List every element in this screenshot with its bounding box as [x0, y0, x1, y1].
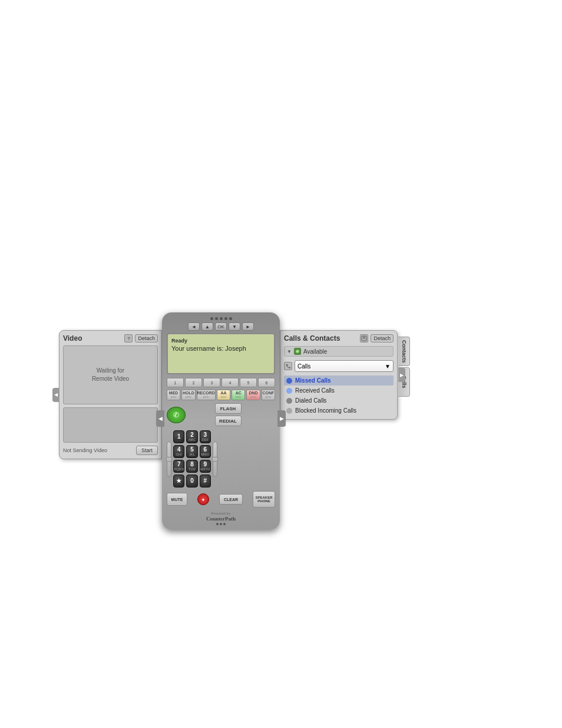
key-hash[interactable]: #: [200, 475, 211, 487]
key-9[interactable]: 9WXYZ: [200, 460, 211, 473]
video-start-button[interactable]: Start: [136, 446, 158, 455]
availability-row[interactable]: ▼ Available: [284, 346, 394, 357]
video-help-icon[interactable]: ?: [124, 334, 133, 342]
key-4[interactable]: 4GHI: [173, 445, 184, 458]
clear-button[interactable]: CLEAR: [219, 494, 243, 505]
key-star[interactable]: ★: [173, 475, 184, 487]
calls-detach-button[interactable]: Detach: [371, 334, 394, 342]
nav-up-button[interactable]: ▲: [201, 322, 213, 331]
key-7[interactable]: 7PQRS: [173, 460, 184, 473]
screen-username-text: Your username is: Joseph: [171, 345, 270, 352]
availability-icon: [294, 348, 301, 355]
volume-thumb-left: [166, 457, 172, 462]
key-5[interactable]: 5JKL: [186, 445, 197, 458]
call-list-item-received[interactable]: Received Calls: [284, 386, 394, 396]
calls-dropdown-row: Calls ▼: [284, 360, 394, 372]
contacts-tab-label: Contacts: [401, 340, 407, 363]
call-controls-row: ✆ FLASH REDIAL: [167, 403, 275, 426]
missed-calls-label: Missed Calls: [295, 377, 331, 384]
calls-panel-header: Calls & Contacts Detach: [284, 334, 394, 342]
video-panel-header: Video ? Detach: [63, 334, 158, 342]
speed-dial-3[interactable]: 3: [203, 378, 220, 387]
phone-body: ◀ ▶ ◄ ▲ OK ▼ ► Ready Your username is: J…: [162, 312, 280, 530]
not-sending-label: Not Sending Video: [63, 447, 107, 453]
speed-dial-2[interactable]: 2: [185, 378, 202, 387]
func-dnd-button[interactable]: DND prov: [246, 390, 260, 400]
nav-down-button[interactable]: ▼: [229, 322, 240, 331]
nav-left-button[interactable]: ◄: [188, 322, 200, 331]
func-ac-button[interactable]: AC prov: [232, 390, 245, 400]
mute-button[interactable]: MUTE: [167, 493, 187, 506]
func-med-button[interactable]: MED prov: [167, 390, 180, 400]
speaker-button[interactable]: SPEAKER PHONE: [253, 491, 275, 508]
key-8[interactable]: 8TUV: [186, 460, 197, 473]
flash-button[interactable]: FLASH: [215, 403, 242, 414]
speed-dial-5[interactable]: 5: [240, 378, 257, 387]
phone-dot-3: [220, 317, 223, 320]
calls-select-arrow: ▼: [385, 363, 391, 370]
nav-ok-button[interactable]: OK: [215, 322, 227, 331]
blocked-calls-dot: [286, 408, 292, 414]
speed-dial-6[interactable]: 6: [258, 378, 275, 387]
key-6[interactable]: 6MNO: [200, 445, 211, 458]
func-conf-sub: prov: [266, 396, 272, 399]
phone-left-arrow[interactable]: ◀: [156, 410, 164, 427]
phone-top-decoration: [167, 317, 275, 320]
contacts-tab[interactable]: Contacts: [398, 337, 410, 366]
calls-panel-icon[interactable]: [360, 334, 368, 342]
phone-bottom-row: MUTE ● CLEAR SPEAKER PHONE: [167, 491, 275, 508]
key-0[interactable]: 0: [186, 475, 197, 487]
phone-dot-4: [224, 317, 227, 320]
end-call-button[interactable]: ●: [197, 493, 209, 505]
func-hold-sub: prov: [186, 396, 191, 399]
phone-dot-2: [215, 317, 218, 320]
powered-by-label: Powered by: [167, 511, 275, 516]
speed-dial-4[interactable]: 4: [222, 378, 239, 387]
func-record-sub: prov: [203, 396, 209, 399]
calls-panel-title: Calls & Contacts: [284, 334, 340, 342]
calls-select-label: Calls: [297, 363, 310, 370]
numpad-area: 1 2ABC 3DEF 4GHI 5JKL 6MNO 7PQRS 8TUV 9W…: [167, 429, 275, 489]
calls-select-dropdown[interactable]: Calls ▼: [295, 360, 394, 372]
func-aa-button[interactable]: AA prov: [217, 390, 230, 400]
speed-dial-1[interactable]: 1: [167, 378, 184, 387]
call-list-item-dialed[interactable]: Dialed Calls: [284, 396, 394, 406]
func-hold-button[interactable]: HOLD prov: [181, 390, 195, 400]
call-list-item-missed[interactable]: Missed Calls: [284, 375, 394, 386]
key-2[interactable]: 2ABC: [186, 430, 197, 443]
missed-calls-dot: [286, 378, 292, 384]
powered-by-text: Powered by CounterPath: [167, 511, 275, 525]
side-tabs: Contacts Calls: [398, 337, 410, 397]
calls-phone-icon: [284, 362, 292, 370]
func-conf-button[interactable]: CONF prov: [262, 390, 275, 400]
redial-button[interactable]: REDIAL: [215, 416, 242, 426]
video-detach-button[interactable]: Detach: [135, 334, 158, 342]
speaker-sub: PHONE: [257, 499, 270, 503]
call-list-item-blocked[interactable]: Blocked Incoming Calls: [284, 406, 394, 416]
phone-right-arrow[interactable]: ▶: [277, 410, 286, 427]
video-bottom-bar: Not Sending Video Start: [63, 446, 158, 455]
video-panel-collapse-arrow[interactable]: ◀: [52, 388, 59, 402]
func-med-sub: prov: [171, 396, 177, 399]
received-calls-dot: [286, 388, 292, 394]
dialed-calls-dot: [286, 398, 292, 404]
speed-dial-row: 1 2 3 4 5 6: [167, 378, 275, 387]
func-record-button[interactable]: RECORD prov: [197, 390, 216, 400]
phone-dot-1: [210, 317, 213, 320]
video-remote-text-line1: Waiting for: [97, 367, 124, 375]
func-aa-sub: prov: [221, 396, 227, 399]
phone-dot-5: [229, 317, 232, 320]
key-1[interactable]: 1: [173, 430, 184, 443]
calls-panel-expand-arrow[interactable]: ▶: [398, 368, 405, 382]
brand-logo: CounterPath: [167, 516, 275, 522]
availability-text: Available: [303, 348, 327, 355]
green-call-button[interactable]: ✆: [167, 407, 186, 423]
video-panel-icons: ? Detach: [124, 334, 158, 342]
availability-dropdown-arrow: ▼: [287, 349, 292, 354]
numpad: 1 2ABC 3DEF 4GHI 5JKL 6MNO 7PQRS 8TUV 9W…: [173, 430, 211, 487]
video-panel-title: Video: [63, 334, 82, 342]
nav-right-button[interactable]: ►: [242, 322, 254, 331]
volume-slider-right[interactable]: [213, 442, 217, 477]
volume-slider-left[interactable]: [167, 442, 171, 477]
key-3[interactable]: 3DEF: [200, 430, 211, 443]
